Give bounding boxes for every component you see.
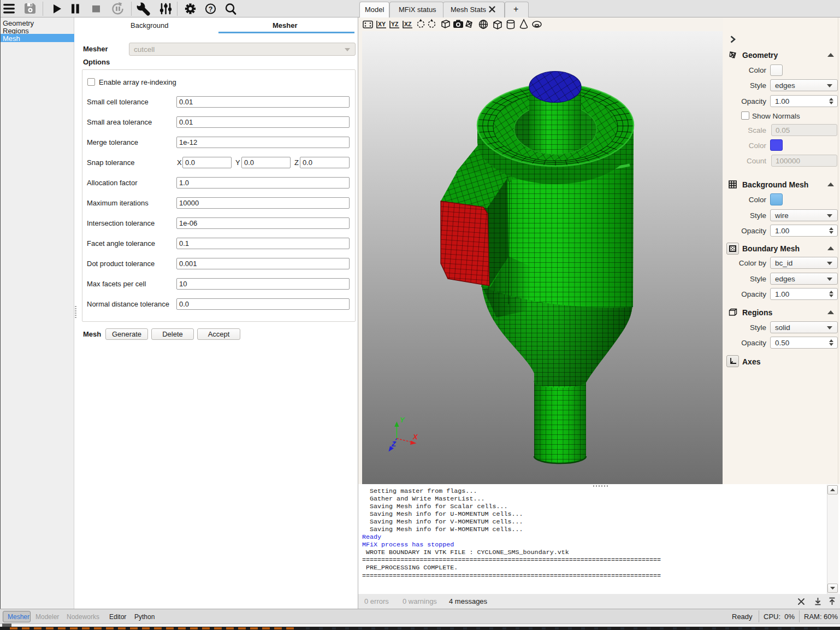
svg-text:Z: Z — [391, 440, 397, 448]
svg-text:?: ? — [209, 5, 213, 13]
svg-text:X: X — [412, 433, 418, 441]
svg-text:XZ: XZ — [404, 21, 412, 27]
svg-text:YZ: YZ — [391, 21, 399, 27]
svg-text:XY: XY — [378, 21, 386, 27]
svg-text:Y: Y — [400, 416, 405, 424]
